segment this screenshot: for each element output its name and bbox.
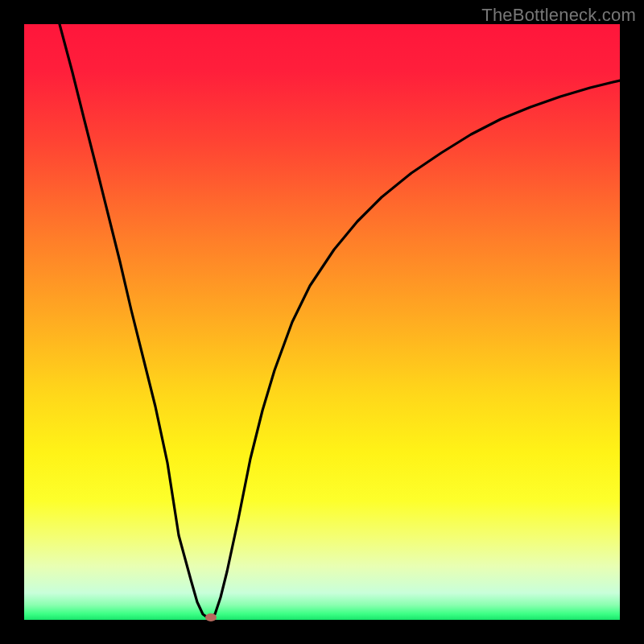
plot-area xyxy=(24,24,620,620)
gradient-background xyxy=(24,24,620,620)
watermark-text: TheBottleneck.com xyxy=(481,5,636,26)
optimal-point-marker xyxy=(205,613,217,621)
svg-rect-0 xyxy=(24,24,620,620)
